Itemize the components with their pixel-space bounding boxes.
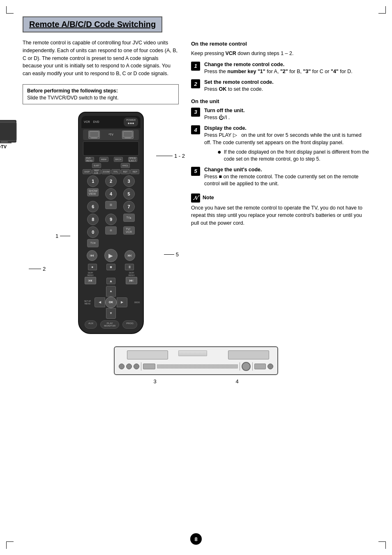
dpad: ▲ ▼ ◀ ▶ OK SETUPMENU 0000 [95,286,127,319]
menu-btn-row-1: DVDMENU MEM SRCH OPEN/EJECT [82,157,140,162]
num-btn-3: 3 [123,175,135,187]
num-btn-1: 1 [87,175,99,187]
dpad-left: ◀ [95,297,105,307]
remote-top-labels: VCR DVD [84,120,99,123]
ctrl-rect-1 [143,364,155,369]
skip-index-label-left: SKIP/INDEX [87,272,93,276]
dpad-ok: OK [105,297,117,308]
callout-label-1: 1 [55,233,58,239]
step-1-title: Change the remote control code. [204,62,369,67]
step-4: 4 Display the code. Press PLAY ▷ on the … [191,125,369,163]
step-2: 2 Set the remote control code. Press OK … [191,79,369,93]
tv-selector-area: *TV [83,129,139,140]
display-btn: DISP [83,169,92,174]
playback-row: ⏮ ▶ ⏭ [83,249,139,262]
step-2-desc: Press OK to set the code. [204,86,369,93]
dvd-label: DVD [93,120,99,123]
stop-btn: ■ [106,264,115,270]
step-num-1: 1 [191,62,200,71]
ctrl-btn-4 [267,364,273,369]
bottom-diagram-area: 3 4 [23,346,369,385]
page-title: Remote A/B/C/D Code Switching [29,20,156,29]
callout-label-5: 5 [176,251,179,258]
skip-next-btn: ⏭ [126,277,137,284]
num-btn-4: 4 [105,188,117,200]
step-3-desc: Press ⏻/I . [204,114,369,122]
svg-rect-4 [91,138,97,138]
skip-prev-group: SKIP/INDEX ⏮ [85,272,96,284]
prereq-box: Before performing the following steps: S… [23,84,179,104]
pause-btn: ⏸ [125,264,134,270]
step-1: 1 Change the remote control code. Press … [191,62,369,76]
ctrl-btn-1 [119,364,125,369]
led-display [178,350,207,356]
remote-display [83,141,139,156]
bottom-labels: 3 4 [114,378,278,385]
step-4-content: Display the code. Press PLAY ▷ on the un… [204,125,369,163]
tv-selector-right [122,131,134,139]
divider-3 [252,362,253,371]
svg-rect-3 [90,131,99,137]
record-btn: ● [88,264,97,270]
note-title: Note [203,194,214,202]
return-btn: RET [121,169,130,174]
step-2-title: Set the remote control code. [204,79,369,85]
step-5-title: Change the unit's code. [204,167,369,173]
zoom-btn: ZOOM [101,169,111,174]
remote-bottom: AUX PLAYMONITOR PROG [83,320,139,329]
page: Remote A/B/C/D Code Switching The remote… [0,0,392,555]
on-remote-note: Keep pressing VCR down during steps 1 – … [191,50,369,58]
menu-btn-row-3: DISP REPA-B ZOOM TITL RET REP [82,169,140,174]
callout-line-1 [60,236,70,236]
transport-row: ● ■ ⏸ [83,264,139,270]
note-icon: 𝓝 [191,193,200,203]
step-4-desc: Press PLAY ▷ on the unit for over 5 seco… [204,132,369,146]
page-title-box: Remote A/B/C/D Code Switching [23,16,162,32]
step-5: 5 Change the unit's code. Press ■ on the… [191,167,369,188]
repeat-ab-btn: REPA-B [92,169,101,174]
note-text: Once you have set the remote control to … [191,204,369,227]
corner-mark-tr [378,6,386,14]
svg-rect-2 [0,143,12,143]
prog-btn: PROG [122,320,137,329]
number-pad: 1 2 3 SHOWVIEW 4 5 6 ⊞ 7 8 9 TV▴ [85,175,137,247]
callout-1-2: 1 - 2 [156,153,185,159]
skip-prev-btn: ⏮ [85,277,96,284]
power-label: POWER [126,119,136,121]
callout-5: 5 [164,251,179,258]
rewind-btn: ⏮ [87,250,97,261]
forward-btn: ⏭ [125,250,135,261]
on-unit-heading: On the unit [191,98,369,104]
callout-1: 1 [55,233,70,239]
bullet-text-4: If the code displayed on the front displ… [224,149,369,163]
right-column: On the remote control Keep pressing VCR … [191,39,369,334]
step-4-bullet: ● If the code displayed on the front dis… [217,149,369,163]
step-num-5: 5 [191,167,200,176]
tv-selector-left [88,131,100,139]
aux-btn: AUX [85,320,97,329]
device-front [114,346,278,375]
power-button-area: POWER ●●● [124,117,138,127]
intro-text: The remote control is capable of control… [23,39,179,78]
vcr-label: VCR [84,120,90,123]
right-panel [228,350,269,359]
control-row [115,362,277,371]
step-num-3: 3 [191,108,200,117]
memory-btn: MEM [99,157,108,162]
step-num-2: 2 [191,79,200,88]
dpad-up: ▲ [106,286,116,297]
dpad-down: ▼ [106,308,116,319]
ctrl-btn-3 [134,364,139,369]
svg-rect-5 [123,131,132,137]
num-btn-0: 0 [87,226,99,238]
angle-btn: ANGL [121,163,130,168]
dpad-right: ▶ [117,297,127,307]
tvvcr-btn: TV/VCR [123,226,135,235]
step-3-content: Turn off the unit. Press ⏻/I . [204,108,369,122]
step-5-content: Change the unit's code. Press ■ on the r… [204,167,369,188]
subtitle-btn: SUBT [92,163,101,168]
tv-asterisk-label: *TV [108,133,113,136]
title-btn: TITL [111,169,120,174]
remote-body-container: VCR DVD POWER ●●● [60,112,162,334]
showview-btn: SHOWVIEW [87,188,99,196]
